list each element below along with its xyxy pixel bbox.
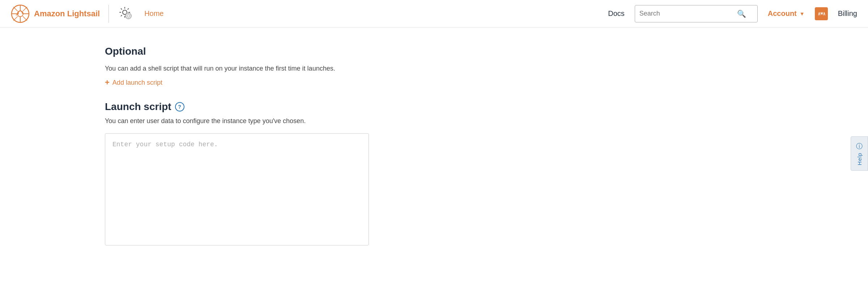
main-content: Optional You can add a shell script that…: [0, 28, 868, 307]
plus-icon: +: [105, 79, 110, 87]
add-launch-script-button[interactable]: + Add launch script: [105, 79, 162, 87]
search-icon: 🔍: [737, 9, 746, 18]
optional-section: Optional You can add a shell script that…: [105, 46, 868, 87]
main-header: Amazon Lightsail Home Docs 🔍 Account ▼: [0, 0, 868, 28]
launch-script-help-icon[interactable]: ?: [175, 102, 184, 112]
gear-icon: [118, 5, 133, 21]
help-sidebar[interactable]: ⓘ Help: [851, 136, 868, 171]
header-right: Docs 🔍 Account ▼ Billing: [608, 5, 857, 22]
help-sidebar-label: Help: [856, 153, 863, 165]
account-button[interactable]: Account ▼: [768, 9, 805, 18]
search-input[interactable]: [639, 10, 737, 17]
add-launch-script-label: Add launch script: [112, 79, 162, 87]
optional-title: Optional: [105, 46, 868, 57]
header-divider: [109, 5, 109, 23]
aws-logo[interactable]: [815, 7, 828, 20]
svg-line-6: [13, 7, 18, 11]
chevron-down-icon: ▼: [800, 11, 805, 17]
optional-description: You can add a shell script that will run…: [105, 64, 868, 73]
nav-home-link[interactable]: Home: [141, 9, 167, 18]
svg-line-8: [23, 7, 27, 11]
svg-line-9: [13, 16, 18, 21]
account-label: Account: [768, 9, 797, 18]
svg-line-7: [23, 16, 27, 21]
logo-link[interactable]: Amazon Lightsail: [11, 4, 100, 23]
launch-script-section: Launch script ? You can enter user data …: [105, 101, 868, 247]
settings-icon-wrap[interactable]: [118, 5, 133, 22]
launch-title-row: Launch script ?: [105, 101, 868, 113]
search-box[interactable]: 🔍: [635, 5, 758, 22]
billing-link[interactable]: Billing: [838, 9, 857, 18]
lightsail-logo-icon: [11, 4, 30, 23]
docs-link[interactable]: Docs: [608, 9, 625, 18]
aws-icon: [815, 7, 828, 20]
logo-text: Amazon Lightsail: [34, 9, 100, 18]
launch-script-textarea[interactable]: [105, 133, 369, 245]
launch-script-description: You can enter user data to configure the…: [105, 116, 868, 126]
launch-script-title: Launch script: [105, 101, 171, 113]
help-circle-icon: ⓘ: [856, 142, 863, 151]
